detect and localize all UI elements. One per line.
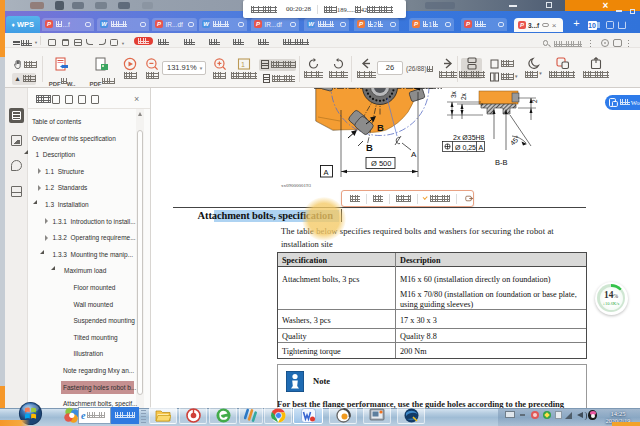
svg-text:A: A [479,144,484,151]
svg-text:B-B: B-B [495,158,508,167]
svg-text:1: 1 [241,61,245,68]
svg-text:B: B [366,142,373,153]
svg-text:2x Ø35H8: 2x Ø35H8 [453,134,485,141]
svg-text:B: B [377,122,384,133]
svg-text:45°: 45° [509,134,522,147]
svg-text:3x: 3x [450,90,457,98]
svg-text:A: A [324,168,329,177]
svg-text:Ø 0,25: Ø 0,25 [455,144,476,151]
svg-text:A: A [411,150,417,159]
svg-text:2x: 2x [460,92,467,100]
svg-text:Ø 500: Ø 500 [371,159,391,168]
